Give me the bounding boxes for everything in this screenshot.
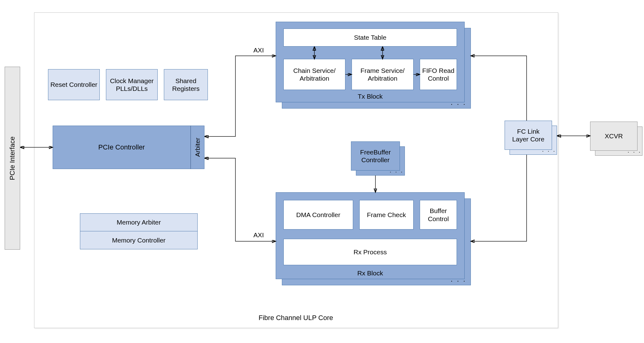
buffer-control: Buffer Control	[420, 200, 457, 229]
fc-link-l1: FC Link	[517, 128, 539, 135]
buffer-control-l1: Buffer	[430, 207, 447, 214]
reset-controller-label: Reset Controller	[50, 81, 98, 88]
axi-label-rx: AXI	[253, 231, 264, 239]
chain-service-l1: Chain Service/	[293, 67, 336, 74]
xcvr: XCVR	[590, 122, 637, 151]
chain-service-l2: Arbitration	[300, 75, 329, 82]
state-table: State Table	[283, 29, 457, 47]
rx-block-ellipsis: . . .	[451, 275, 467, 283]
frame-service-l2: Arbitration	[368, 75, 397, 82]
freebuffer-l2: Controller	[361, 156, 389, 163]
freebuffer-l1: FreeBuffer	[360, 149, 391, 156]
fifo-read-l1: FIFO Read	[422, 67, 454, 74]
chain-service: Chain Service/ Arbitration	[283, 59, 345, 90]
shared-registers-l1: Shared	[175, 77, 196, 84]
frame-check-label: Frame Check	[367, 211, 406, 219]
memory-arbiter: Memory Arbiter	[80, 213, 198, 231]
fc-link-l2: Layer Core	[512, 136, 545, 143]
shared-registers-l2: Registers	[172, 85, 200, 92]
freebuffer-ellipsis: . . .	[390, 167, 404, 174]
pcie-controller-label: PCIe Controller	[98, 143, 145, 151]
reset-controller: Reset Controller	[48, 69, 100, 100]
pcie-controller-label-area: PCIe Controller	[53, 126, 191, 169]
axi-label-tx: AXI	[253, 47, 264, 54]
rx-process: Rx Process	[283, 239, 457, 265]
state-table-label: State Table	[354, 33, 387, 41]
frame-check: Frame Check	[359, 200, 414, 229]
arbiter-label: Arbiter	[194, 138, 201, 157]
shared-registers: Shared Registers	[164, 69, 208, 100]
memory-arbiter-label: Memory Arbiter	[117, 218, 161, 226]
tx-block-ellipsis: . . .	[451, 99, 467, 107]
fc-link-ellipsis: . . .	[542, 147, 556, 153]
diagram-canvas: Fibre Channel ULP Core PCIe Interface Re…	[0, 0, 644, 343]
rx-process-label: Rx Process	[353, 248, 387, 256]
xcvr-ellipsis: . . .	[628, 148, 642, 154]
clock-manager-l1: Clock Manager	[110, 77, 154, 84]
clock-manager-l2: PLLs/DLLs	[116, 85, 148, 92]
dma-controller: DMA Controller	[283, 200, 353, 229]
freebuffer-controller: FreeBuffer Controller	[351, 141, 400, 171]
memory-controller-label: Memory Controller	[112, 236, 166, 244]
arbiter: Arbiter	[191, 126, 204, 169]
ulp-core-title: Fibre Channel ULP Core	[34, 314, 558, 322]
frame-service-l1: Frame Service/	[361, 67, 405, 74]
pcie-interface-label: PCIe Interface	[8, 136, 16, 180]
fifo-read-l2: Control	[428, 75, 449, 82]
memory-controller: Memory Controller	[80, 231, 198, 249]
buffer-control-l2: Control	[428, 215, 449, 222]
fifo-read-control: FIFO Read Control	[420, 59, 457, 90]
tx-block-label: Tx Block	[358, 92, 383, 100]
fc-link-layer-core: FC Link Layer Core	[505, 121, 552, 150]
clock-manager: Clock Manager PLLs/DLLs	[106, 69, 158, 100]
pcie-interface: PCIe Interface	[5, 67, 20, 250]
dma-controller-label: DMA Controller	[296, 211, 340, 219]
frame-service: Frame Service/ Arbitration	[352, 59, 414, 90]
rx-block-label: Rx Block	[357, 269, 383, 277]
xcvr-label: XCVR	[605, 132, 623, 140]
